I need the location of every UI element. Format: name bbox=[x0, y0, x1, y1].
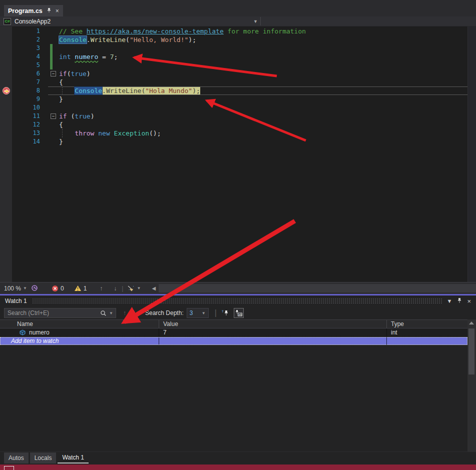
code-text: } bbox=[59, 138, 63, 146]
watch-grid-header[interactable]: Name Value Type bbox=[0, 320, 467, 328]
watch-title-bar[interactable]: Watch 1 ▼ × bbox=[0, 296, 476, 306]
search-up-icon[interactable]: ↑ bbox=[123, 310, 126, 316]
line-number[interactable]: 5 bbox=[0, 61, 40, 70]
tab-program-cs[interactable]: Program.cs × bbox=[4, 5, 63, 16]
code-line[interactable]: 5 bbox=[0, 61, 467, 70]
project-dropdown-caret-icon[interactable]: ▼ bbox=[253, 19, 258, 24]
watch-vertical-scrollbar[interactable] bbox=[467, 320, 476, 452]
window-close-icon[interactable]: × bbox=[467, 298, 471, 305]
watch-add-row[interactable]: Add item to watch bbox=[0, 337, 467, 345]
search-depth-label: Search Depth: bbox=[145, 310, 184, 316]
line-number[interactable]: 10 bbox=[0, 104, 40, 112]
code-line[interactable]: 11−if (true) bbox=[0, 112, 467, 120]
watch-value-cell[interactable]: 7 bbox=[159, 328, 387, 336]
watch-name: numero bbox=[29, 328, 50, 337]
tab-pin-icon[interactable] bbox=[47, 8, 52, 14]
hscroll-left-icon[interactable]: ◀ bbox=[152, 286, 156, 291]
search-down-icon[interactable]: ↓ bbox=[133, 310, 136, 316]
code-line[interactable]: 2Console.WriteLine("Hello, World!"); bbox=[0, 36, 467, 44]
breakpoint-current-statement-icon[interactable] bbox=[3, 87, 10, 94]
code-text: { bbox=[59, 78, 63, 86]
search-depth-caret-icon[interactable]: ▼ bbox=[202, 311, 206, 316]
fold-collapse-icon[interactable]: − bbox=[51, 71, 56, 76]
svg-text:ab: ab bbox=[238, 313, 242, 316]
search-icon[interactable] bbox=[100, 310, 107, 316]
code-editor[interactable]: 1// See https://aka.ms/new-console-templ… bbox=[0, 26, 476, 282]
tab-title: Program.cs bbox=[8, 8, 43, 14]
line-number[interactable]: 6 bbox=[0, 70, 40, 78]
code-line[interactable]: 7{ bbox=[0, 78, 467, 86]
watch-toolbar: Search (Ctrl+E) ▼ ↑ ↓ Search Depth: 3 ▼ … bbox=[0, 306, 476, 320]
watch-type-cell[interactable]: int bbox=[387, 328, 467, 336]
window-menu-caret-icon[interactable]: ▼ bbox=[447, 298, 452, 304]
pin-properties-icon[interactable]: T bbox=[222, 310, 229, 316]
watch-variable-icon bbox=[19, 330, 26, 336]
tool-window-tab-autos[interactable]: Autos bbox=[4, 452, 29, 464]
column-header-name[interactable]: Name bbox=[0, 320, 159, 328]
code-line[interactable]: 8 Console.WriteLine("Hola Mundo"); bbox=[0, 86, 467, 95]
search-input[interactable]: Search (Ctrl+E) ▼ bbox=[4, 308, 116, 318]
watch-toolbar-separator: | bbox=[215, 308, 217, 318]
code-line[interactable]: 12{ bbox=[0, 120, 467, 129]
search-depth-value: 3 bbox=[190, 310, 193, 316]
warning-count[interactable]: 1 bbox=[74, 285, 87, 292]
tool-window-tab-watch-1[interactable]: Watch 1 bbox=[58, 452, 89, 464]
code-cleanup-button[interactable]: ▼ bbox=[127, 285, 141, 292]
line-number[interactable]: 4 bbox=[0, 52, 40, 61]
document-tab-strip: Program.cs × bbox=[0, 0, 476, 16]
cleanup-caret-icon[interactable]: ▼ bbox=[137, 286, 141, 290]
code-line[interactable]: 14} bbox=[0, 138, 467, 146]
search-depth-dropdown[interactable]: 3 ▼ bbox=[187, 308, 209, 318]
watch-row[interactable]: numero7int bbox=[0, 328, 467, 337]
add-item-value-cell[interactable] bbox=[159, 337, 387, 345]
line-number[interactable]: 12 bbox=[0, 120, 40, 129]
line-number[interactable]: 9 bbox=[0, 95, 40, 104]
navigation-bar[interactable]: C# ConsoleApp2 ▼ bbox=[0, 16, 476, 26]
zoom-caret-icon[interactable]: ▼ bbox=[23, 286, 27, 290]
column-header-type[interactable]: Type bbox=[387, 320, 467, 328]
code-line[interactable]: 13 throw new Exception(); bbox=[0, 129, 467, 138]
watch-name-cell[interactable]: numero bbox=[0, 328, 159, 336]
code-line[interactable]: 10 bbox=[0, 104, 467, 112]
error-count[interactable]: 0 bbox=[52, 285, 64, 292]
line-number[interactable]: 2 bbox=[0, 36, 40, 44]
cleanup-broom-icon bbox=[127, 285, 135, 292]
watch-rows: numero7intAdd item to watch bbox=[0, 328, 467, 345]
code-line[interactable]: 1// See https://aka.ms/new-console-templ… bbox=[0, 27, 467, 36]
search-options-caret-icon[interactable]: ▼ bbox=[109, 311, 113, 316]
code-text: int numero = 7; bbox=[59, 52, 118, 61]
scrollbar-up-icon[interactable] bbox=[469, 322, 474, 324]
line-number[interactable]: 1 bbox=[0, 27, 40, 36]
add-item-label[interactable]: Add item to watch bbox=[0, 337, 159, 345]
line-number[interactable]: 13 bbox=[0, 129, 40, 138]
editor-vertical-scrollbar[interactable] bbox=[467, 26, 476, 282]
window-pin-icon[interactable] bbox=[457, 298, 462, 304]
document-health-icon[interactable] bbox=[31, 284, 39, 292]
line-number[interactable]: 11 bbox=[0, 112, 40, 120]
code-text: // See https://aka.ms/new-console-templa… bbox=[59, 27, 306, 36]
editor-horizontal-scrollbar[interactable] bbox=[159, 284, 476, 292]
line-number[interactable]: 7 bbox=[0, 78, 40, 86]
title-bar-grip[interactable] bbox=[32, 298, 442, 304]
fold-collapse-icon[interactable]: − bbox=[51, 114, 56, 119]
line-number[interactable]: 3 bbox=[0, 44, 40, 52]
code-line[interactable]: 3 bbox=[0, 44, 467, 52]
code-text: if(true) bbox=[59, 70, 91, 78]
code-text: { bbox=[59, 120, 63, 129]
watch-window: Watch 1 ▼ × Search (Ctrl+E) ▼ ↑ ↓ Search… bbox=[0, 296, 476, 464]
scrollbar-thumb[interactable] bbox=[468, 328, 474, 374]
project-dropdown-value[interactable]: ConsoleApp2 bbox=[15, 18, 51, 25]
zoom-control[interactable]: 100 % ▼ bbox=[4, 285, 27, 292]
code-line[interactable]: 4int numero = 7; bbox=[0, 52, 467, 61]
tab-close-icon[interactable]: × bbox=[56, 8, 59, 14]
column-header-value[interactable]: Value bbox=[159, 320, 387, 328]
tool-window-tab-locals[interactable]: Locals bbox=[30, 452, 57, 464]
add-item-type-cell[interactable] bbox=[387, 337, 467, 345]
show-values-as-text-icon[interactable]: ab bbox=[234, 308, 244, 318]
code-line[interactable]: 9} bbox=[0, 95, 467, 104]
code-line[interactable]: 6−if(true) bbox=[0, 70, 467, 78]
navigate-up-icon[interactable]: ↑ bbox=[100, 285, 103, 292]
change-tracking-bar bbox=[50, 44, 53, 70]
navigate-down-icon[interactable]: ↓ bbox=[114, 285, 117, 292]
line-number[interactable]: 14 bbox=[0, 138, 40, 146]
